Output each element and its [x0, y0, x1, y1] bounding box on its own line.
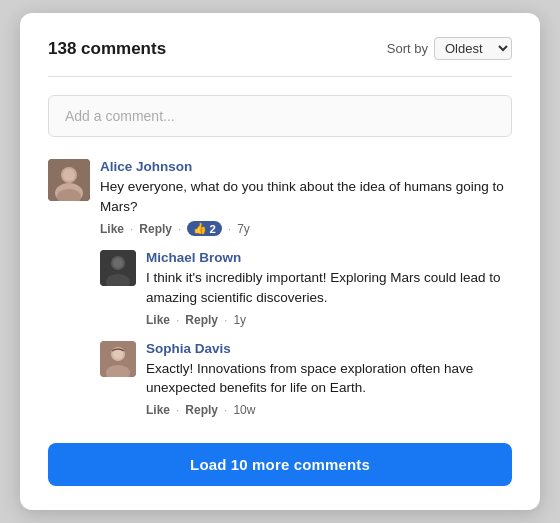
reply-michael: Michael Brown I think it's incredibly im… — [100, 250, 512, 326]
sort-by-container: Sort by Oldest Newest Top — [387, 37, 512, 60]
svg-point-11 — [113, 349, 123, 359]
comment-time-sophia: 10w — [233, 403, 255, 417]
comment-actions-michael: Like · Reply · 1y — [146, 313, 512, 327]
reply-button-alice[interactable]: Reply — [139, 222, 172, 236]
comment-actions-sophia: Like · Reply · 10w — [146, 403, 512, 417]
comment-text-sophia: Exactly! Innovations from space explorat… — [146, 359, 512, 398]
like-button-sophia[interactable]: Like — [146, 403, 170, 417]
like-button-alice[interactable]: Like — [100, 222, 124, 236]
svg-point-7 — [113, 258, 123, 268]
comment-text-michael: I think it's incredibly important! Explo… — [146, 268, 512, 307]
comment-input[interactable]: Add a comment... — [48, 95, 512, 137]
load-more-button[interactable]: Load 10 more comments — [48, 443, 512, 486]
like-count-alice: 2 — [209, 223, 215, 235]
comment-body-alice: Alice Johnson Hey everyone, what do you … — [100, 159, 512, 236]
thumbs-up-icon: 👍 — [193, 222, 207, 235]
replies-container: Michael Brown I think it's incredibly im… — [100, 250, 512, 430]
comment-body-sophia: Sophia Davis Exactly! Innovations from s… — [146, 341, 512, 417]
comment-body-michael: Michael Brown I think it's incredibly im… — [146, 250, 512, 326]
comment-author-sophia: Sophia Davis — [146, 341, 512, 356]
comments-count: 138 comments — [48, 39, 166, 59]
comments-header: 138 comments Sort by Oldest Newest Top — [48, 37, 512, 60]
avatar-alice — [48, 159, 90, 201]
comment-author-michael: Michael Brown — [146, 250, 512, 265]
comments-card: 138 comments Sort by Oldest Newest Top A… — [20, 13, 540, 509]
comment-input-placeholder: Add a comment... — [65, 108, 175, 124]
comment-text-alice: Hey everyone, what do you think about th… — [100, 177, 512, 216]
comment-time-michael: 1y — [233, 313, 246, 327]
comment-time-alice: 7y — [237, 222, 250, 236]
header-divider — [48, 76, 512, 77]
comment-alice: Alice Johnson Hey everyone, what do you … — [48, 159, 512, 236]
reply-button-sophia[interactable]: Reply — [185, 403, 218, 417]
like-button-michael[interactable]: Like — [146, 313, 170, 327]
avatar-sophia — [100, 341, 136, 377]
sort-select[interactable]: Oldest Newest Top — [434, 37, 512, 60]
like-badge-alice: 👍 2 — [187, 221, 221, 236]
svg-point-3 — [63, 169, 75, 181]
comment-actions-alice: Like · Reply · 👍 2 · 7y — [100, 221, 512, 236]
reply-sophia: Sophia Davis Exactly! Innovations from s… — [100, 341, 512, 417]
comment-list: Alice Johnson Hey everyone, what do you … — [48, 159, 512, 434]
reply-button-michael[interactable]: Reply — [185, 313, 218, 327]
avatar-michael — [100, 250, 136, 286]
comment-author-alice: Alice Johnson — [100, 159, 512, 174]
sort-by-label: Sort by — [387, 41, 428, 56]
